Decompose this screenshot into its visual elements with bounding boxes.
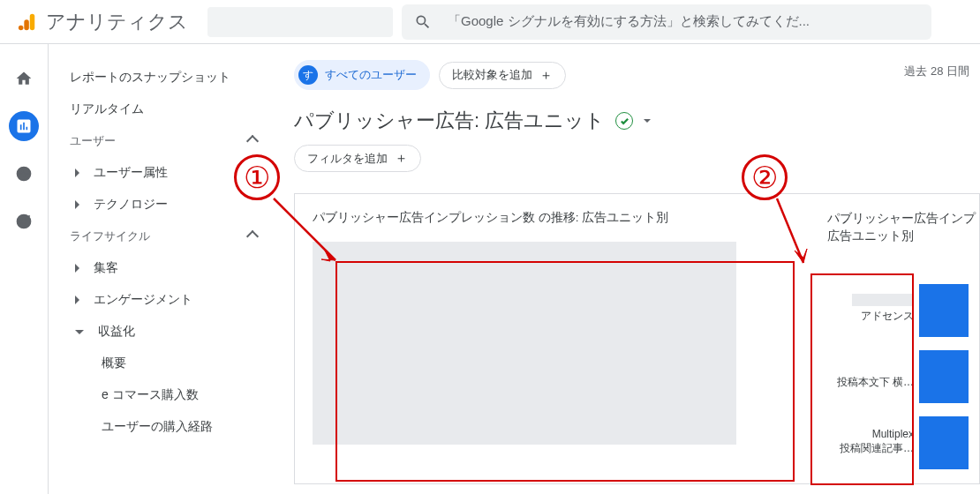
sidebar-item-engagement[interactable]: エンゲージメント bbox=[49, 284, 278, 316]
sidebar-item-purchase-path[interactable]: ユーザーの購入経路 bbox=[49, 411, 278, 443]
sidebar-item-ecommerce[interactable]: e コマース購入数 bbox=[49, 379, 278, 411]
bar-label-text: アドセンス bbox=[861, 310, 914, 322]
bar-row: 投稿本文下 横… bbox=[827, 337, 979, 403]
svg-rect-0 bbox=[30, 13, 35, 29]
sidebar-section-lifecycle-label: ライフサイクル bbox=[70, 228, 150, 244]
page-title: パブリッシャー広告: 広告ユニット bbox=[294, 108, 980, 134]
bar-fill bbox=[919, 416, 969, 469]
app-header: アナリティクス 「Google シグナルを有効にする方法」と検索してみてくだ..… bbox=[0, 0, 980, 44]
caret-right-icon bbox=[75, 296, 79, 304]
add-comparison-label: 比較対象を追加 bbox=[452, 67, 532, 83]
sidebar-section-user-label: ユーザー bbox=[70, 133, 116, 149]
analytics-logo-icon bbox=[18, 12, 37, 32]
status-check-icon[interactable] bbox=[615, 112, 633, 130]
chevron-down-icon[interactable] bbox=[644, 119, 651, 123]
segment-label: すべてのユーザー bbox=[325, 67, 417, 83]
bar-list: アドセンス 投稿本文下 横… Multiplex 投稿関連記事… bbox=[827, 271, 979, 469]
nav-rail bbox=[0, 44, 49, 494]
bar-panel-title-l1: パブリッシャー広告インプ bbox=[827, 212, 976, 225]
sidebar-item-label: テクノロジー bbox=[94, 197, 168, 213]
bar-row: Multiplex 投稿関連記事… bbox=[827, 403, 979, 469]
sidebar-section-lifecycle[interactable]: ライフサイクル bbox=[49, 221, 278, 252]
chevron-up-icon bbox=[246, 135, 259, 147]
sidebar-item-realtime[interactable]: リアルタイム bbox=[49, 94, 278, 125]
bar-panel-title: パブリッシャー広告インプ 広告ユニット別 bbox=[827, 210, 979, 246]
timeseries-chart-redacted bbox=[313, 242, 736, 445]
caret-right-icon bbox=[75, 200, 79, 209]
sidebar-item-label: ユーザー属性 bbox=[94, 165, 168, 181]
segment-chip-all-users[interactable]: す すべてのユーザー bbox=[294, 60, 430, 90]
sidebar-item-label: 収益化 bbox=[98, 324, 135, 340]
brand-logo[interactable]: アナリティクス bbox=[7, 9, 188, 35]
rail-advertising-icon[interactable] bbox=[9, 206, 39, 236]
rail-reports-icon[interactable] bbox=[9, 111, 39, 141]
bar-fill bbox=[919, 350, 969, 403]
chevron-up-icon bbox=[246, 230, 259, 243]
search-placeholder: 「Google シグナルを有効にする方法」と検索してみてくだ... bbox=[448, 13, 810, 30]
plus-icon: ＋ bbox=[395, 150, 408, 167]
sidebar-item-snapshot[interactable]: レポートのスナップショット bbox=[49, 62, 278, 94]
bar-fill bbox=[919, 284, 969, 337]
add-filter-button[interactable]: フィルタを追加 ＋ bbox=[294, 145, 421, 172]
add-filter-label: フィルタを追加 bbox=[307, 151, 388, 167]
property-selector[interactable] bbox=[207, 7, 393, 37]
redacted-text bbox=[852, 294, 914, 306]
report-card: パブリッシャー広告インプレッション数 の推移: 広告ユニット別 パブリッシャー広… bbox=[294, 193, 980, 484]
svg-rect-1 bbox=[24, 19, 28, 30]
add-comparison-button[interactable]: 比較対象を追加 ＋ bbox=[439, 62, 566, 89]
annotation-arrow-2 bbox=[768, 194, 821, 273]
date-range-picker[interactable]: 過去 28 日間 bbox=[904, 64, 969, 79]
search-icon bbox=[414, 13, 432, 31]
sidebar-item-acquisition[interactable]: 集客 bbox=[49, 252, 278, 284]
plus-icon: ＋ bbox=[539, 67, 553, 84]
search-box[interactable]: 「Google シグナルを有効にする方法」と検索してみてくだ... bbox=[402, 4, 931, 40]
caret-right-icon bbox=[75, 168, 79, 177]
report-nav-sidebar: レポートのスナップショット リアルタイム ユーザー ユーザー属性 テクノロジー … bbox=[49, 44, 278, 494]
rail-home-icon[interactable] bbox=[9, 64, 39, 94]
svg-point-2 bbox=[19, 25, 24, 29]
page-title-text: パブリッシャー広告: 広告ユニット bbox=[294, 108, 605, 134]
svg-marker-7 bbox=[795, 249, 807, 263]
sidebar-item-label: 集客 bbox=[94, 260, 118, 276]
card-timeseries-panel: パブリッシャー広告インプレッション数 の推移: 広告ユニット別 bbox=[295, 194, 811, 483]
segment-row: す すべてのユーザー 比較対象を追加 ＋ 過去 28 日間 bbox=[294, 60, 980, 90]
main-content: す すべてのユーザー 比較対象を追加 ＋ 過去 28 日間 パブリッシャー広告:… bbox=[278, 44, 980, 494]
bar-label: Multiplex 投稿関連記事… bbox=[827, 428, 914, 468]
rail-explore-icon[interactable] bbox=[9, 159, 39, 189]
bar-label: 投稿本文下 横… bbox=[827, 376, 914, 403]
caret-down-icon bbox=[75, 330, 84, 334]
brand-name: アナリティクス bbox=[46, 9, 188, 35]
card-bar-panel: パブリッシャー広告インプ 広告ユニット別 アドセンス 投稿本文下 横… bbox=[811, 194, 979, 483]
bar-row: アドセンス bbox=[827, 271, 979, 337]
timeseries-title: パブリッシャー広告インプレッション数 の推移: 広告ユニット別 bbox=[313, 210, 794, 226]
bar-panel-title-l2: 広告ユニット別 bbox=[827, 229, 914, 243]
sidebar-item-monetization[interactable]: 収益化 bbox=[49, 316, 278, 348]
sidebar-item-overview[interactable]: 概要 bbox=[49, 348, 278, 379]
sidebar-item-label: エンゲージメント bbox=[94, 292, 192, 308]
annotation-arrow-1 bbox=[265, 194, 353, 273]
sidebar-section-user[interactable]: ユーザー bbox=[49, 125, 278, 157]
segment-avatar-icon: す bbox=[298, 65, 318, 85]
caret-right-icon bbox=[75, 264, 79, 273]
bar-label: アドセンス bbox=[827, 294, 914, 337]
